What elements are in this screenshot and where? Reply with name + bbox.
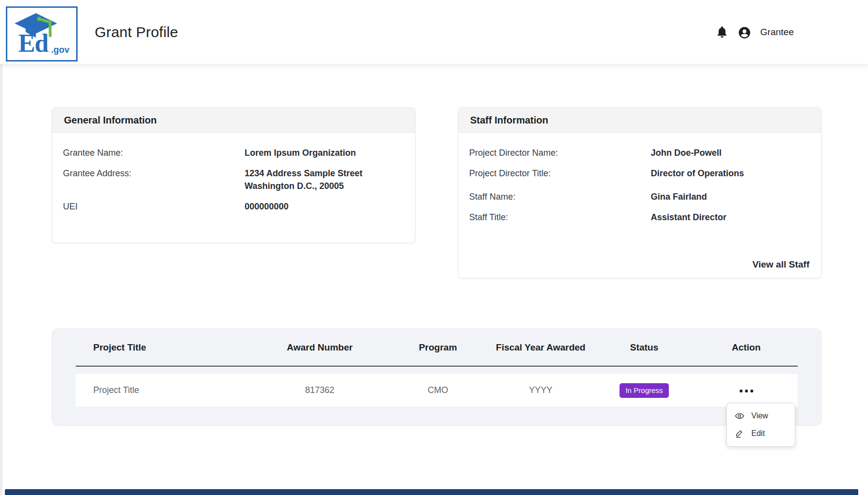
general-information-card: General Information Grantee Name: Lorem …: [52, 107, 415, 243]
svg-text:E: E: [18, 29, 35, 55]
staff-title-row: Staff Title: Assistant Director: [469, 211, 809, 224]
user-role-label: Grantee: [760, 27, 794, 38]
uei-value: 000000000: [245, 200, 289, 213]
fiscal-year-cell: YYYY: [488, 385, 594, 395]
header-actions: Grantee: [715, 0, 794, 64]
column-header-action: Action: [695, 342, 798, 353]
project-director-name-label: Project Director Name:: [469, 146, 651, 159]
table-row: Project Title 817362 CMO YYYY In Progres…: [76, 374, 798, 407]
menu-item-edit-label: Edit: [751, 429, 765, 438]
grantee-address-value: 1234 Address Sample Street Washington D.…: [245, 167, 362, 192]
grantee-address-row: Grantee Address: 1234 Address Sample Str…: [63, 167, 403, 192]
project-director-name-value: John Doe-Powell: [651, 146, 722, 159]
uei-label: UEI: [63, 200, 245, 213]
svg-text:.gov: .gov: [51, 44, 70, 55]
table-header-row: Project Title Award Number Program Fisca…: [76, 329, 798, 367]
view-all-staff-link[interactable]: View all Staff: [752, 258, 809, 271]
project-director-name-row: Project Director Name: John Doe-Powell: [469, 146, 809, 159]
pencil-icon: [735, 429, 744, 438]
column-header-status: Status: [594, 342, 695, 353]
grant-profile-page: E d .gov Grant Profile Grantee General: [0, 0, 868, 495]
staff-name-row: Staff Name: Gina Fairland: [469, 190, 809, 203]
footer-bar: [5, 489, 858, 495]
menu-item-edit[interactable]: Edit: [727, 425, 795, 442]
staff-title-label: Staff Title:: [469, 211, 651, 224]
staff-information-card: Staff Information Project Director Name:…: [458, 107, 822, 278]
program-cell: CMO: [388, 385, 488, 395]
project-director-title-row: Project Director Title: Director of Oper…: [469, 167, 809, 180]
status-badge: In Progress: [620, 383, 669, 398]
column-header-program: Program: [388, 342, 488, 353]
staff-information-title: Staff Information: [458, 108, 821, 133]
grantee-name-value: Lorem Ipsum Organization: [245, 146, 356, 159]
menu-item-view-label: View: [751, 412, 768, 420]
project-title-cell: Project Title: [76, 385, 251, 395]
top-header: E d .gov Grant Profile Grantee: [0, 0, 868, 64]
staff-title-value: Assistant Director: [651, 211, 726, 224]
eye-icon: [735, 411, 744, 421]
column-header-award-number: Award Number: [251, 342, 388, 353]
award-number-cell: 817362: [251, 385, 388, 395]
action-cell: [695, 385, 798, 396]
status-cell: In Progress: [594, 383, 695, 398]
ed-gov-logo[interactable]: E d .gov: [6, 6, 78, 62]
project-director-title-value: Director of Operations: [651, 167, 744, 180]
more-horizontal-icon: [740, 390, 743, 392]
action-menu: View Edit: [726, 403, 795, 447]
column-header-fiscal-year: Fiscal Year Awarded: [488, 342, 594, 353]
uei-row: UEI 000000000: [63, 200, 403, 213]
staff-name-label: Staff Name:: [469, 190, 651, 203]
column-header-project-title: Project Title: [76, 342, 251, 353]
left-edge-line: [0, 64, 2, 495]
svg-text:d: d: [34, 29, 48, 55]
projects-table-card: Project Title Award Number Program Fisca…: [52, 329, 822, 426]
menu-item-view[interactable]: View: [727, 407, 795, 425]
grantee-name-row: Grantee Name: Lorem Ipsum Organization: [63, 146, 403, 159]
grantee-name-label: Grantee Name:: [63, 146, 245, 159]
more-actions-button[interactable]: [737, 386, 756, 396]
project-director-title-label: Project Director Title:: [469, 167, 651, 180]
notifications-bell-icon[interactable]: [715, 25, 729, 39]
staff-name-value: Gina Fairland: [651, 190, 707, 203]
user-avatar-icon[interactable]: [738, 25, 751, 39]
general-information-title: General Information: [52, 108, 415, 133]
page-title: Grant Profile: [95, 0, 178, 64]
ed-gov-logo-icon: E d .gov: [13, 11, 71, 58]
grantee-address-label: Grantee Address:: [63, 167, 245, 192]
